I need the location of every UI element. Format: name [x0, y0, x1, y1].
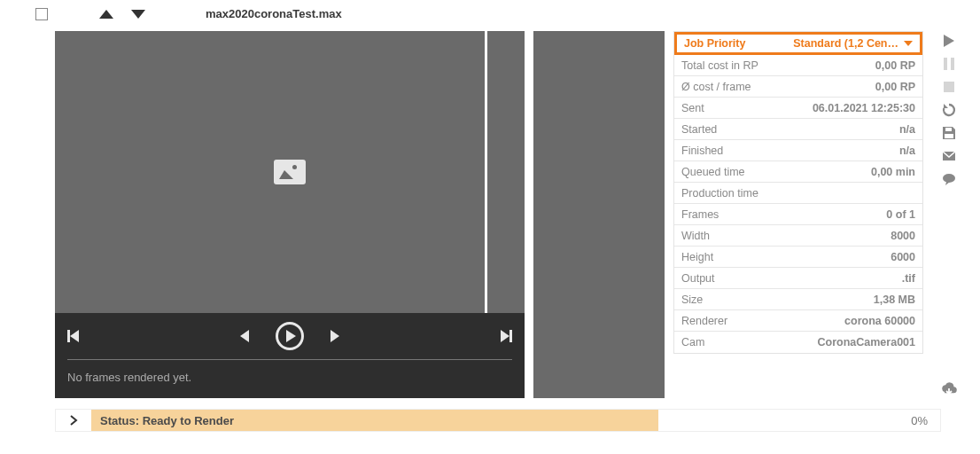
chat-icon[interactable]	[941, 171, 957, 187]
info-row: Output.tif	[674, 268, 922, 289]
skip-start-button[interactable]	[67, 330, 79, 342]
start-render-icon[interactable]	[941, 33, 957, 49]
status-bar: Status: Ready to Render 0%	[55, 409, 941, 432]
file-title: max2020coronaTest.max	[206, 7, 342, 20]
info-row: Production time	[674, 183, 922, 204]
chevron-down-icon	[904, 41, 913, 46]
secondary-preview	[533, 31, 665, 398]
play-button[interactable]	[276, 322, 304, 350]
move-up-icon[interactable]	[99, 10, 113, 19]
job-info-column: Job Priority Standard (1,2 Cen… Total co…	[673, 31, 923, 398]
svg-rect-2	[944, 82, 954, 92]
status-percent: 0%	[911, 414, 940, 427]
info-row: Renderercorona 60000	[674, 310, 922, 332]
job-priority-row[interactable]: Job Priority Standard (1,2 Cen…	[674, 32, 922, 55]
job-info-table: Job Priority Standard (1,2 Cen… Total co…	[673, 31, 923, 354]
prev-frame-button[interactable]	[240, 330, 249, 342]
expand-chevron-icon[interactable]	[56, 415, 91, 426]
svg-rect-3	[945, 128, 952, 131]
job-priority-label: Job Priority	[684, 37, 745, 50]
svg-rect-4	[945, 134, 953, 138]
select-checkbox[interactable]	[35, 8, 48, 20]
svg-rect-0	[944, 58, 947, 70]
info-row: Sent06.01.2021 12:25:30	[674, 98, 922, 119]
info-row: Queued time0,00 min	[674, 161, 922, 183]
status-text: Status: Ready to Render	[91, 410, 658, 431]
move-down-icon[interactable]	[131, 10, 145, 19]
svg-rect-1	[951, 58, 954, 70]
save-icon[interactable]	[941, 125, 957, 141]
image-placeholder-icon	[274, 160, 306, 184]
preview-panel	[55, 31, 525, 313]
header-row: max2020coronaTest.max	[0, 0, 980, 31]
sort-controls	[99, 10, 145, 19]
svg-point-6	[943, 174, 955, 183]
info-row: Startedn/a	[674, 119, 922, 140]
player-status: No frames rendered yet.	[67, 371, 512, 384]
main-area: No frames rendered yet. Job Priority Sta…	[0, 31, 980, 398]
preview-column: No frames rendered yet.	[55, 31, 525, 398]
preview-divider	[485, 31, 487, 313]
pause-icon[interactable]	[941, 56, 957, 72]
info-row: Ø cost / frame0,00 RP	[674, 76, 922, 98]
next-frame-button[interactable]	[331, 330, 339, 342]
skip-end-button[interactable]	[501, 330, 512, 342]
stop-icon[interactable]	[941, 79, 957, 95]
info-row: CamCoronaCamera001	[674, 332, 922, 353]
info-row: Total cost in RP0,00 RP	[674, 55, 922, 76]
info-row: Frames0 of 1	[674, 204, 922, 225]
download-cloud-icon[interactable]	[940, 382, 958, 398]
timeline-slider[interactable]	[67, 359, 512, 360]
info-row: Height6000	[674, 247, 922, 268]
job-priority-value: Standard (1,2 Cen…	[793, 37, 913, 50]
info-row: Size1,38 MB	[674, 289, 922, 310]
refresh-icon[interactable]	[941, 102, 957, 118]
side-toolbar	[937, 31, 961, 398]
info-row: Finishedn/a	[674, 140, 922, 161]
player-bar: No frames rendered yet.	[55, 313, 525, 398]
mail-icon[interactable]	[941, 148, 957, 164]
player-controls	[67, 322, 512, 350]
info-row: Width8000	[674, 225, 922, 247]
